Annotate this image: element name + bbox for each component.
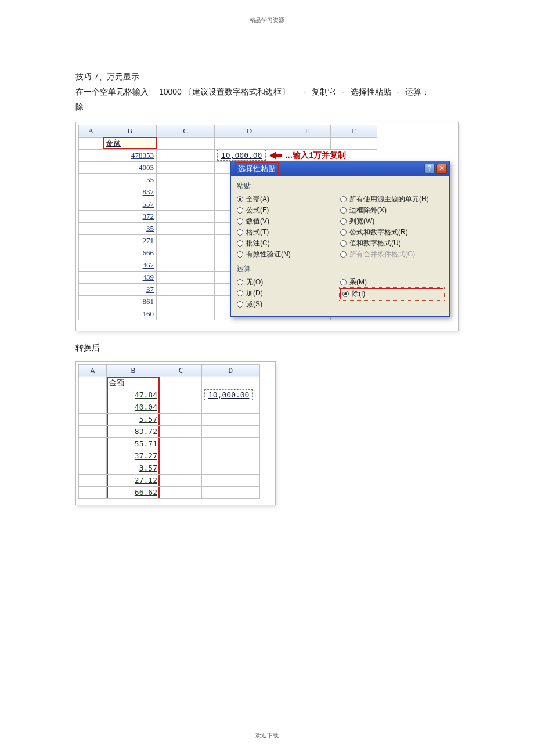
- amount-header[interactable]: 金额: [103, 137, 157, 149]
- radio-divide[interactable]: 除(I): [340, 288, 443, 299]
- table-row: 金额: [79, 137, 377, 149]
- cell[interactable]: 861: [103, 295, 157, 308]
- cell[interactable]: 37.27: [107, 450, 160, 462]
- radio-label: 公式和数字格式(R): [349, 227, 408, 237]
- radio-add[interactable]: 加(D): [237, 288, 340, 298]
- radio-label: 有效性验证(N): [246, 249, 291, 259]
- radio-label: 批注(C): [246, 238, 270, 248]
- cell[interactable]: 4003: [103, 161, 157, 173]
- cell[interactable]: 271: [103, 234, 157, 247]
- help-button[interactable]: ?: [424, 164, 435, 174]
- table-row: 27.12: [79, 474, 260, 486]
- radio-label: 乘(M): [349, 277, 367, 287]
- radio-values[interactable]: 数值(V): [237, 216, 340, 226]
- dialog-titlebar[interactable]: 选择性粘贴 ? ✕: [231, 161, 449, 176]
- table-row: 47.84 10,000.00: [79, 389, 260, 401]
- sheet2-table: A B C D 金额 47.84 10,000.00 40.04 5.57 83…: [78, 364, 260, 499]
- radio-all[interactable]: 全部(A): [237, 194, 340, 204]
- red-callout: …输入1万并复制: [269, 150, 346, 161]
- cell[interactable]: 5.57: [107, 413, 160, 425]
- radio-multiply[interactable]: 乘(M): [340, 277, 443, 287]
- spreadsheet-after: A B C D 金额 47.84 10,000.00 40.04 5.57 83…: [75, 361, 276, 505]
- cell[interactable]: 478353: [103, 149, 157, 161]
- cell[interactable]: 3.57: [107, 462, 160, 474]
- cell[interactable]: 160: [103, 308, 157, 320]
- radio-label: 边框除外(X): [349, 205, 387, 215]
- table-row: 66.62: [79, 486, 260, 498]
- col-header[interactable]: C: [157, 125, 215, 137]
- svg-marker-0: [269, 151, 282, 160]
- radio-label: 加(D): [246, 288, 263, 298]
- arrow-left-icon: [269, 151, 282, 160]
- radio-none[interactable]: 无(O): [237, 277, 340, 287]
- cell[interactable]: 439: [103, 271, 157, 283]
- instr-num: 10000: [159, 87, 182, 96]
- table-row: 金额: [79, 377, 260, 389]
- col-header[interactable]: F: [331, 125, 377, 137]
- radio-label: 全部(A): [246, 194, 269, 204]
- page-footer: 欢迎下载: [0, 732, 534, 740]
- spreadsheet-before: A B C D E F 金额 478353: [75, 122, 459, 331]
- cell[interactable]: 40.04: [107, 401, 160, 413]
- dialog-title: 选择性粘贴: [236, 163, 278, 175]
- page-header: 精品学习资源: [0, 16, 534, 24]
- paste-special-dialog: 选择性粘贴 ? ✕ 粘贴 全部(A) 公式(F) 数值(V) 格式(T): [230, 161, 450, 317]
- cell[interactable]: 47.84: [107, 389, 160, 401]
- col-header[interactable]: B: [107, 364, 160, 377]
- ten-thousand-cell[interactable]: 10,000.00: [217, 150, 266, 161]
- radio-label: 所有合并条件格式(G): [349, 249, 415, 259]
- col-header[interactable]: B: [103, 125, 157, 137]
- instr-seg-1: 在一个空单元格输入: [75, 87, 149, 96]
- radio-label: 除(I): [352, 289, 365, 299]
- radio-subtract[interactable]: 减(S): [237, 299, 340, 309]
- cell[interactable]: 27.12: [107, 474, 160, 486]
- table-row: 83.72: [79, 425, 260, 437]
- table-row: 3.57: [79, 462, 260, 474]
- instr-seg-6: 除: [75, 100, 459, 115]
- cell[interactable]: 55: [103, 173, 157, 186]
- instr-seg-4: 选择性粘贴: [351, 87, 391, 96]
- radio-value-num[interactable]: 值和数字格式(U): [340, 238, 443, 248]
- close-button[interactable]: ✕: [436, 164, 447, 174]
- col-header[interactable]: D: [202, 364, 260, 377]
- radio-except-border[interactable]: 边框除外(X): [340, 205, 443, 215]
- radio-label: 减(S): [246, 299, 262, 309]
- radio-comments[interactable]: 批注(C): [237, 238, 340, 248]
- amount-header[interactable]: 金额: [107, 377, 160, 389]
- instr-seg-5: 运算：: [405, 87, 430, 96]
- radio-label: 公式(F): [246, 205, 269, 215]
- cell[interactable]: 35: [103, 222, 157, 234]
- cell[interactable]: 66.62: [107, 486, 160, 498]
- col-header[interactable]: A: [79, 125, 103, 137]
- radio-validation[interactable]: 有效性验证(N): [237, 249, 340, 259]
- cell[interactable]: 557: [103, 198, 157, 210]
- table-row: 5.57: [79, 413, 260, 425]
- cell[interactable]: 83.72: [107, 425, 160, 437]
- cell[interactable]: 837: [103, 186, 157, 198]
- cell[interactable]: 37: [103, 283, 157, 295]
- col-header[interactable]: C: [160, 364, 202, 377]
- radio-label: 值和数字格式(U): [349, 238, 401, 248]
- tip-title: 技巧 7、万元显示: [75, 70, 459, 85]
- after-label: 转换后: [75, 341, 459, 356]
- cell[interactable]: 372: [103, 210, 157, 222]
- col-header[interactable]: E: [284, 125, 331, 137]
- table-row: 478353 10,000.00 …输入1万并复制: [79, 149, 377, 161]
- ten-thousand-cell[interactable]: 10,000.00: [204, 389, 253, 400]
- cell[interactable]: 666: [103, 247, 157, 259]
- callout-text: …输入1万并复制: [284, 150, 346, 161]
- cell[interactable]: 467: [103, 259, 157, 271]
- radio-colwidth[interactable]: 列宽(W): [340, 216, 443, 226]
- radio-formula-num[interactable]: 公式和数字格式(R): [340, 227, 443, 237]
- radio-theme[interactable]: 所有使用源主题的单元(H): [340, 194, 443, 204]
- instruction-line: 在一个空单元格输入 10000 〔建议设置数字格式和边框〕 - 复制它 - 选择…: [75, 85, 459, 100]
- radio-formats[interactable]: 格式(T): [237, 227, 340, 237]
- radio-label: 所有使用源主题的单元(H): [349, 194, 429, 204]
- group-paste: 粘贴: [237, 181, 443, 191]
- table-row: 37.27: [79, 450, 260, 462]
- col-header[interactable]: A: [79, 364, 107, 377]
- radio-formula[interactable]: 公式(F): [237, 205, 340, 215]
- cell[interactable]: 55.71: [107, 437, 160, 450]
- radio-merge-cond: 所有合并条件格式(G): [340, 249, 443, 259]
- col-header[interactable]: D: [215, 125, 284, 137]
